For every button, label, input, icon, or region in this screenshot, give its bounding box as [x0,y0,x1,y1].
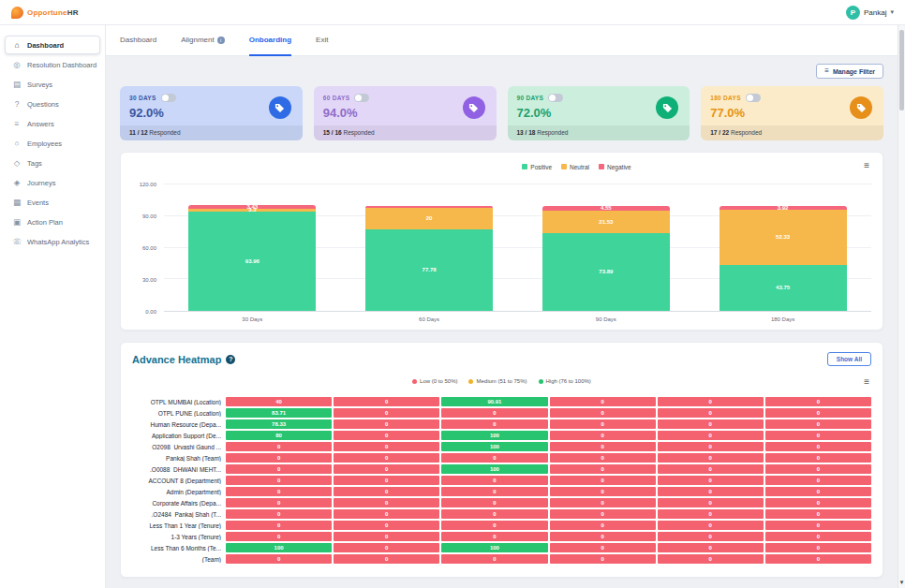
manage-filter-button[interactable]: ≡ Manage Filter [816,64,883,79]
heatmap-cell: 0 [658,397,764,406]
stat-responded: 17 / 22 Responded [701,125,883,140]
stat-period-label: 30 DAYS [129,95,156,101]
heatmap-legend: Low (0 to 50%)Medium (51 to 75%)High (76… [132,378,871,384]
chart-body: 0.0030.0060.0090.00120.00 3.433.393.9620… [132,184,871,312]
brand[interactable]: OpportuneHR [11,7,79,19]
legend-item-negative[interactable]: Negative [599,164,631,170]
stat-card-60-days: 60 DAYS94.0%15 / 16 Responded [314,86,497,140]
heatmap-row-label: Admin (Department) [132,489,226,495]
sidebar-item-employees[interactable]: ○Employees [5,134,100,153]
heatmap-cell: 100 [441,464,547,474]
sidebar-item-surveys[interactable]: ▤Surveys [5,75,100,94]
sidebar-item-label: Answers [27,120,54,128]
legend-label: Neutral [570,164,589,170]
tab-alignment[interactable]: Alignmenti [181,25,225,56]
heatmap-grid: OTPL MUMBAI (Location)40090.91000OTPL PU… [132,397,871,564]
sidebar-item-action-plan[interactable]: ▣Action Plan [5,213,100,231]
bar-value-label: 43.75 [720,285,847,290]
heatmap-cell: 0 [334,453,439,463]
show-all-button[interactable]: Show All [827,352,871,366]
filter-list-icon: ≡ [824,67,829,75]
stat-toggle[interactable] [354,94,369,102]
scroll-down-icon[interactable]: ▾ [898,579,905,586]
heatmap-cell: 0 [226,532,332,541]
sidebar-nav: ⌂Dashboard◎Resolution Dashboard▤Surveys?… [0,36,105,251]
scrollbar-thumb[interactable] [899,30,904,110]
bar-segment-positive: 77.78 [365,229,493,312]
bar-slot-30-days: 3.433.393.96 [164,184,341,311]
sidebar-item-resolution-dashboard[interactable]: ◎Resolution Dashboard [5,55,100,74]
surveys-icon: ▤ [12,80,22,89]
heatmap-cell: 0 [550,532,656,541]
heatmap-row: OTPL PUNE (Location)83.7100000 [132,408,871,418]
y-axis-tick: 60.00 [142,245,156,251]
heatmap-cell: 0 [334,419,439,429]
y-axis-tick: 120.00 [140,182,156,187]
user-name: Pankaj [864,8,886,17]
heatmap-cell: 0 [550,453,656,463]
heatmap-cell: 0 [765,532,871,541]
heatmap-header: Advance Heatmap ? Show All [132,352,871,366]
heatmap-cell: 0 [550,509,656,519]
heatmap-cell: 100 [441,543,547,552]
stat-toggle[interactable] [548,94,563,102]
sidebar-item-tags[interactable]: ◇Tags [5,154,100,172]
app-root: OpportuneHR P Pankaj ▾ ⌂Dashboard◎Resolu… [0,0,905,588]
heatmap-row-label: Less Than 1 Year (Tenure) [132,522,226,529]
stat-period-label: 60 DAYS [323,95,350,101]
heatmap-cell: 0 [334,397,439,406]
heatmap-row-cells: 000000 [226,498,871,507]
heatmap-cell: 0 [658,543,764,552]
sidebar-item-dashboard[interactable]: ⌂Dashboard [5,36,100,54]
heatmap-cell: 0 [658,521,764,530]
legend-item-neutral[interactable]: Neutral [561,164,589,170]
chart-menu-icon[interactable]: ≡ [864,160,869,171]
tab-exit[interactable]: Exit [316,25,328,56]
sidebar-item-journeys[interactable]: ◈Journeys [5,173,100,192]
heatmap-cell: 0 [441,532,547,541]
heatmap-title: Advance Heatmap ? [132,354,235,365]
sidebar-item-whatsapp-analytics[interactable]: ☏WhatsApp Analytics [5,232,100,251]
heatmap-cell: 0 [441,509,547,519]
dashboard-icon: ⌂ [12,40,22,50]
heatmap-cell: 0 [550,397,656,406]
heatmap-cell: 0 [441,554,547,564]
stat-period-label: 90 DAYS [517,95,544,101]
scrollbar[interactable]: ▾ [898,25,905,588]
heatmap-cell: 0 [334,532,439,541]
heatmap-cell: 0 [334,498,439,507]
user-menu[interactable]: P Pankaj ▾ [846,6,894,20]
heatmap-cell: 0 [226,509,332,519]
help-icon[interactable]: ? [226,355,235,364]
heatmap-cell: 0 [765,419,871,429]
legend-item-positive[interactable]: Positive [522,164,552,170]
heat-legend-label: High (76 to 100%) [546,378,591,384]
heatmap-row: OTPL MUMBAI (Location)40090.91000 [132,397,871,406]
sidebar-item-questions[interactable]: ?Questions [5,95,100,113]
heatmap-cell: 0 [658,554,764,564]
whatsapp-analytics-icon: ☏ [12,237,22,246]
stat-card-top: 90 DAYS [517,94,681,102]
heatmap-cell: 0 [765,408,871,418]
heatmap-cell: 0 [550,419,656,429]
bar-value-label: 93.96 [188,258,316,264]
sidebar-item-answers[interactable]: ≡Answers [5,114,100,133]
heatmap-row-label: OTPL MUMBAI (Location) [132,399,226,405]
heatmap-row: Human Resource (Depa...78.3300000 [132,419,871,429]
tab-dashboard[interactable]: Dashboard [120,25,156,56]
heatmap-row-cells: 00100000 [226,442,871,451]
bar-value-label: 21.53 [542,219,670,225]
chevron-down-icon: ▾ [890,8,894,16]
stacked-bar: 3.433.393.96 [188,184,316,311]
heatmap-row-label: Human Resource (Depa... [132,421,226,428]
tags-icon: ◇ [12,158,22,168]
sidebar-item-events[interactable]: ▦Events [5,193,100,212]
tag-icon [850,96,872,119]
heatmap-menu-icon[interactable]: ≡ [864,376,869,387]
heatmap-cell: 100 [441,442,547,451]
stat-toggle[interactable] [161,94,176,102]
manage-filter-label: Manage Filter [833,68,875,75]
stat-toggle[interactable] [746,94,761,102]
tab-onboarding[interactable]: Onboarding [249,25,291,56]
heatmap-cell: 0 [334,509,439,519]
